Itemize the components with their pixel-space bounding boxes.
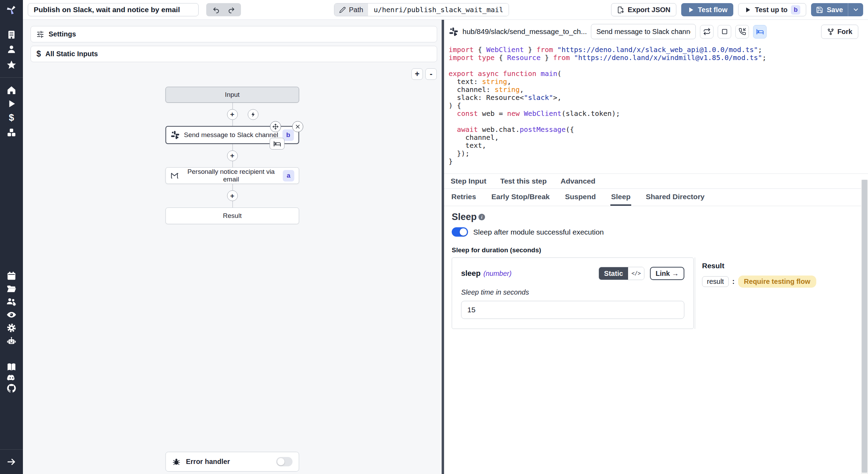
tab-step-input[interactable]: Step Input: [451, 177, 486, 185]
code-editor[interactable]: import { WebClient } from "https://deno.…: [444, 43, 868, 173]
github-icon[interactable]: [5, 381, 18, 395]
undo-redo-group: [206, 3, 241, 16]
sleep-icon-button[interactable]: [753, 25, 767, 39]
redo-button[interactable]: [224, 4, 239, 15]
email-step-node[interactable]: Personally notice recipient via email a: [166, 167, 299, 184]
variables-dollar-icon[interactable]: $: [5, 111, 18, 125]
pencil-icon: [339, 7, 346, 13]
code-line: channel: string,: [449, 86, 868, 94]
field-type: (number): [483, 270, 511, 278]
all-static-inputs-button[interactable]: $ All Static Inputs: [31, 46, 437, 62]
result-pane: Result result : Require testing flow: [695, 257, 860, 329]
test-up-to-button[interactable]: Test up to b: [738, 3, 806, 16]
code-line: [449, 62, 868, 70]
resources-cubes-icon[interactable]: [5, 126, 18, 139]
delete-step-button[interactable]: [292, 121, 303, 132]
folders-icon[interactable]: [5, 282, 18, 296]
zoom-out-button[interactable]: -: [425, 68, 437, 80]
bug-icon: [172, 457, 181, 466]
save-dropdown-button[interactable]: [848, 3, 863, 16]
schedules-calendar-icon[interactable]: [5, 269, 18, 283]
save-split-button: Save: [811, 3, 863, 16]
groups-users-gear-icon[interactable]: [5, 295, 18, 309]
code-line: import type { Resource } from "https://d…: [449, 54, 868, 62]
undo-button[interactable]: [208, 4, 224, 15]
subtab-retries[interactable]: Retries: [451, 189, 477, 206]
flow-settings-button[interactable]: Settings: [31, 26, 437, 42]
static-mode-button[interactable]: Static: [599, 267, 628, 280]
lightning-icon: [250, 111, 256, 117]
trigger-bolt-button[interactable]: [248, 109, 258, 120]
early-stop-icon-button[interactable]: [718, 25, 731, 39]
add-step-button[interactable]: +: [227, 150, 238, 161]
code-line: await web.chat.postMessage({: [449, 126, 868, 134]
code-line: text,: [449, 142, 868, 150]
add-step-button[interactable]: +: [227, 191, 238, 201]
topbar: Path u/henri/publish_slack_wait_mail Exp…: [23, 0, 868, 20]
rail-divider-bottom: [0, 449, 23, 450]
code-line: }: [449, 158, 868, 166]
tab-advanced[interactable]: Advanced: [560, 177, 595, 185]
move-step-button[interactable]: [270, 121, 281, 132]
export-json-button[interactable]: Export JSON: [611, 3, 676, 16]
home-icon[interactable]: [5, 83, 18, 97]
windmill-flow-editor: $: [0, 0, 868, 474]
info-icon[interactable]: i: [478, 214, 485, 220]
code-editor-content: import { WebClient } from "https://deno.…: [449, 46, 868, 166]
workspace-building-icon[interactable]: [5, 28, 18, 42]
phone-incoming-icon: [738, 28, 746, 35]
hub-script-path: hub/849/slack/send_message_to_ch...: [462, 27, 587, 36]
tab-test-this-step[interactable]: Test this step: [500, 177, 547, 185]
windmill-logo-icon[interactable]: [5, 2, 18, 16]
topbar-actions: Export JSON Test flow Test up to b Save: [611, 3, 863, 16]
result-colon: :: [732, 278, 735, 286]
error-handler-toggle[interactable]: [276, 457, 293, 466]
sleep-settings-section: Sleep i Sleep after module successful ex…: [444, 206, 868, 335]
panel-splitter[interactable]: [442, 20, 444, 474]
sleep-input-description: Sleep time in seconds: [461, 288, 684, 296]
user-icon[interactable]: [5, 42, 18, 56]
advanced-subtabs: RetriesEarly Stop/BreakSuspendSleepShare…: [444, 189, 868, 206]
subtab-shared-directory[interactable]: Shared Directory: [645, 189, 705, 206]
flow-title-input[interactable]: [28, 3, 199, 16]
test-flow-button[interactable]: Test flow: [681, 3, 733, 16]
gmail-icon: [170, 171, 180, 180]
code-line: [449, 118, 868, 126]
error-handler-node[interactable]: Error handler: [166, 452, 299, 472]
retries-icon-button[interactable]: [700, 25, 713, 39]
flow-graph-panel: Settings $ All Static Inputs + - Input +: [23, 20, 442, 474]
path-value-input[interactable]: u/henri/publish_slack_wait_mail: [368, 3, 509, 16]
settings-gear-icon[interactable]: [5, 321, 18, 335]
sleep-seconds-input[interactable]: [461, 301, 684, 319]
sleep-enabled-toggle[interactable]: [452, 227, 468, 237]
slack-icon: [449, 27, 458, 36]
collapse-arrow-right-icon[interactable]: [5, 455, 18, 469]
subtab-suspend[interactable]: Suspend: [564, 189, 596, 206]
zoom-in-button[interactable]: +: [411, 68, 423, 80]
chevron-down-icon: [852, 6, 859, 13]
step-header: hub/849/slack/send_message_to_ch...: [444, 20, 868, 43]
workers-robot-icon[interactable]: [5, 334, 18, 348]
add-step-button[interactable]: +: [227, 109, 238, 120]
audit-eye-icon[interactable]: [5, 308, 18, 322]
save-icon: [816, 6, 823, 14]
favorites-star-icon[interactable]: [5, 58, 18, 72]
step-id-badge: a: [283, 170, 294, 181]
flow-input-node[interactable]: Input: [166, 87, 299, 103]
subtab-early-stop-break[interactable]: Early Stop/Break: [491, 189, 550, 206]
slack-step-node[interactable]: Send message to Slack channel b: [166, 126, 299, 144]
fork-button[interactable]: Fork: [821, 25, 858, 39]
scrollbar[interactable]: [861, 180, 868, 474]
step-tabs: Step InputTest this stepAdvanced: [444, 173, 868, 189]
result-key-pill[interactable]: result: [702, 276, 729, 287]
subtab-sleep[interactable]: Sleep: [610, 189, 631, 206]
scrollbar-thumb[interactable]: [862, 180, 867, 473]
sleep-heading: Sleep: [452, 212, 477, 222]
step-summary-input[interactable]: [591, 24, 696, 39]
runs-play-icon[interactable]: [5, 97, 18, 111]
flow-result-node[interactable]: Result: [166, 208, 299, 224]
code-mode-button[interactable]: </>: [628, 267, 644, 280]
suspend-icon-button[interactable]: [735, 25, 749, 39]
save-button[interactable]: Save: [811, 3, 848, 16]
link-button[interactable]: Link →: [650, 267, 684, 280]
